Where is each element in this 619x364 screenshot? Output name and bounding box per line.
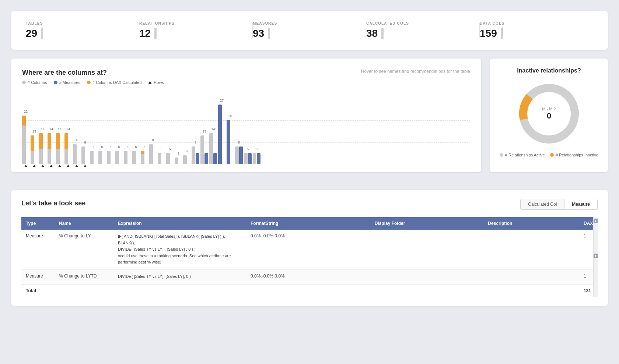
stat-value: 38 [366,28,378,39]
donut-center-label: M - M ? [542,107,556,111]
bar-label: 20 [228,114,232,118]
scrollbar: ▲ ▼ [593,217,598,297]
bar-grey [141,151,144,164]
bar-group: 8 [81,146,89,164]
bar-label: 6 [135,145,137,149]
bar-group: 9 [149,144,157,164]
chart-title: Where are the columns at? [22,69,107,77]
bar-grey [200,135,204,164]
bar-grey [149,144,153,164]
bars-container: 22131414141498666666695534813142720855 [22,91,470,165]
bar-label: 8 [238,141,240,144]
table-row: Measure% Change to LYIF( AND( ISBLANK( [… [21,230,598,269]
column-chart-card: Where are the columns at? Hover to see n… [11,59,481,172]
bar-grey [48,133,51,164]
bar-group: 6 [141,151,148,164]
bar-grey [235,146,239,164]
legend-item: # Columns DAX Calculated [87,80,141,85]
bar-grey [73,144,77,164]
bar-blue [248,153,252,164]
bar-label: 8 [84,141,86,144]
tab-calculated-col[interactable]: Calculated Col [521,199,564,209]
bar-grey [244,153,248,164]
bar-grey [90,151,94,164]
bar-group: 8 [192,146,199,164]
table-header-description: Description [483,217,579,230]
bar-triangle-icon [75,165,78,167]
stat-row: 12 [139,28,253,39]
table-wrapper: TypeNameExpressionFormatStringDisplay Fo… [21,217,598,297]
donut-legend-item: # Relationships Inactive [550,153,598,157]
bar-chart-area: 22131414141498666666695534813142720855 [22,91,470,165]
bar-label: 5 [256,147,258,151]
bar-group: 5 [166,153,174,164]
stat-value: 29 [26,28,37,39]
table-header-expression: Expression [113,217,246,230]
stat-item-tables: TABLES 29 [26,21,139,39]
bar-orange [39,133,43,149]
bar-label: 14 [41,127,45,131]
bar-label: 6 [143,145,145,149]
bar-group: 6 [107,151,114,164]
bar-orange [22,116,26,126]
stat-item-data-cols: DATA COLS 159 [480,21,593,39]
data-table: TypeNameExpressionFormatStringDisplay Fo… [21,217,598,297]
bar-group: 14 [209,133,217,164]
stat-bar [154,28,157,39]
stat-row: 29 [26,28,139,39]
bar-triangle-icon [41,165,44,167]
legend-item: # Columns [22,80,47,85]
stat-value: 93 [253,28,264,39]
bar-group: 14 [56,133,63,164]
table-header-type: Type [21,217,55,230]
bar-blue [196,153,199,164]
bar-label: 6 [101,145,103,149]
table-cell-description [483,230,579,269]
table-cell-description [483,269,579,284]
bar-triangle-icon [50,165,53,167]
bar-triangle-icon [84,165,87,167]
donut-legend-dot [500,153,503,157]
stat-bar [501,28,503,39]
bar-label: 5 [160,147,162,151]
bar-group: 8 [235,146,243,164]
bar-group: 22 [22,116,29,164]
bar-group: 14 [64,133,72,164]
bar-triangle-icon [58,165,61,167]
bar-label: 5 [169,147,171,151]
chart-subtitle: Hover to see names and recommendations f… [361,69,470,74]
bar-group: 9 [73,144,80,164]
table-cell-display-folder [370,269,484,284]
bar-label: 4 [186,149,188,153]
bar-label: 3 [177,152,179,155]
stat-bar [268,28,270,39]
bar-grey [39,133,43,164]
table-footer-label: Total [21,284,579,297]
stats-card: TABLES 29 RELATIONSHIPS 12 MEASURES 93 C… [11,11,608,50]
bar-group: 13 [200,135,208,164]
bar-label: 27 [220,99,224,102]
bar-orange [48,133,51,149]
table-cell-name: % Change to LYTD [55,269,113,284]
bar-label: 9 [152,138,154,142]
stat-value: 159 [480,28,497,39]
scroll-down-arrow[interactable]: ▼ [594,254,598,258]
scroll-up-arrow[interactable]: ▲ [594,219,598,223]
table-foot: Total131 [21,284,598,297]
stat-bar [41,28,43,39]
table-cell-name: % Change to LY [55,230,113,269]
table-cell-formatstring: 0.0%:-0.0%:0.0% [246,230,370,269]
stat-row: 159 [480,28,593,39]
donut-legend: # Relationships Active# Relationships In… [500,153,598,157]
bar-blue [218,105,222,164]
bar-label: 5 [247,147,249,151]
legend-label: # Columns DAX Calculated [92,80,141,85]
donut-title: Inactive relationships? [517,67,581,74]
stat-label: MEASURES [253,21,366,25]
bar-group: 3 [175,158,182,164]
stat-label: TABLES [26,21,139,25]
bar-grey [183,155,187,164]
tab-measure[interactable]: Measure [564,199,597,209]
stat-label: RELATIONSHIPS [139,21,253,25]
legend-label: # Measures [59,80,80,85]
